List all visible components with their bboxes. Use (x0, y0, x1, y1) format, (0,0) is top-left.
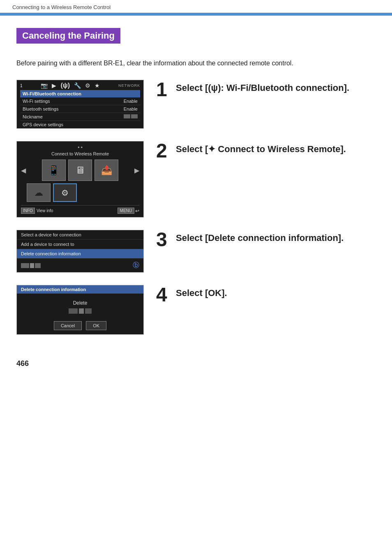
device-icon-3: 📤 (95, 160, 118, 181)
breadcrumb-text: Connecting to a Wireless Remote Control (12, 4, 111, 10)
intro-text: Before pairing with a different BR-E1, c… (16, 58, 376, 68)
cam-page-number: 1 (20, 83, 23, 88)
step-3-row: Select a device for connection Add a dev… (16, 230, 376, 273)
del-nick-box-2 (79, 308, 84, 314)
step-1-number: 1 (156, 80, 173, 99)
step-1-text: 1 Select [(ψ): Wi-Fi/Bluetooth connectio… (156, 80, 376, 99)
step-1-desc: Select [(ψ): Wi-Fi/Bluetooth connection]… (176, 80, 349, 94)
wireless-dots: • • (21, 145, 139, 150)
del-nick-box-1 (69, 308, 78, 314)
screenshot-2: • • Connect to Wireless Remote ◀ 📱 🖥 📤 ▶ (16, 141, 144, 217)
section-title: Canceling the Pairing (16, 28, 120, 44)
step-2-desc: Select [✦ Connect to Wireless Remote]. (176, 141, 346, 155)
step-2-row: • • Connect to Wireless Remote ◀ 📱 🖥 📤 ▶ (16, 141, 376, 217)
cam-menu-row-bt: Bluetooth settingsEnable (20, 105, 140, 113)
settings-icon: ⚙ (85, 82, 90, 89)
menu-btn[interactable]: MENU (118, 208, 134, 214)
delete-device-display (21, 308, 139, 314)
return-arrow: ↩ (135, 208, 139, 214)
info-button-group: INFO View info (21, 208, 53, 214)
page-number: 466 (16, 359, 29, 368)
delete-label: Delete (21, 300, 139, 306)
star-icon: ★ (95, 82, 100, 89)
device-icon-1: 📱 (42, 160, 66, 181)
cancel-button[interactable]: Cancel (54, 321, 82, 330)
delete-buttons: Cancel OK (21, 321, 139, 330)
step-3-text: 3 Select [Delete connection information]… (156, 230, 376, 250)
cam-menu-row-wifi: Wi-Fi settingsEnable (20, 97, 140, 105)
cam-menu-row-gps: GPS device settings (20, 121, 140, 128)
right-arrow-icon: ▶ (134, 167, 139, 174)
info-btn[interactable]: INFO (21, 208, 35, 214)
page-footer: 466 (16, 359, 376, 368)
step-4-text: 4 Select [OK]. (156, 285, 376, 305)
device-menu-item-3-selected[interactable]: Delete connection information (17, 249, 143, 259)
wireless-icons-row: ◀ 📱 🖥 📤 ▶ (21, 160, 139, 181)
screenshot-4: Delete connection information Delete Can… (16, 285, 144, 335)
cloud-icon: ☁ (27, 183, 51, 202)
nickname-box2 (131, 114, 138, 118)
network-label: NETWORK (118, 83, 140, 88)
device-menu-bottom: ⓑ (17, 259, 143, 272)
device-nickname-display (21, 263, 41, 268)
view-info-label: View info (37, 208, 53, 213)
step-4-number: 4 (156, 285, 173, 305)
screenshot-1: 1 📷 ▶ (ψ) 🔧 ⚙ ★ NETWORK Wi-Fi/Bluetooth … (16, 80, 144, 129)
wireless-bottom-icons: ☁ ⚙ (21, 183, 139, 202)
step-3-desc: Select [Delete connection information]. (176, 230, 344, 244)
wifi-menu-header: Wi-Fi/Bluetooth connection (20, 90, 140, 97)
bluetooth-icon: ⓑ (133, 261, 139, 270)
cam-menu-row-nickname: Nickname (20, 113, 140, 121)
gear-remote-icon: ⚙ (53, 183, 77, 202)
play-icon: ▶ (52, 82, 56, 89)
wireless-device-icons: 📱 🖥 📤 (42, 160, 118, 181)
left-arrow-icon: ◀ (21, 167, 26, 174)
steps-container: 1 📷 ▶ (ψ) 🔧 ⚙ ★ NETWORK Wi-Fi/Bluetooth … (16, 80, 376, 335)
camera-icon: 📷 (41, 82, 48, 89)
step-3-number: 3 (156, 230, 173, 250)
breadcrumb: Connecting to a Wireless Remote Control (0, 0, 392, 14)
screenshot-3: Select a device for connection Add a dev… (16, 230, 144, 273)
wireless-title: Connect to Wireless Remote (21, 151, 139, 156)
menu-button-group: MENU ↩ (118, 208, 139, 214)
device-menu-item-2[interactable]: Add a device to connect to (17, 240, 143, 249)
del-nick-box-3 (85, 308, 92, 314)
nick-box-1 (21, 263, 29, 268)
wrench-icon: 🔧 (74, 82, 81, 89)
wireless-info-bar: INFO View info MENU ↩ (21, 205, 139, 214)
device-icon-2: 🖥 (68, 160, 92, 181)
step-1-row: 1 📷 ▶ (ψ) 🔧 ⚙ ★ NETWORK Wi-Fi/Bluetooth … (16, 80, 376, 129)
nick-box-3 (35, 263, 41, 268)
wifi-icon: (ψ) (60, 82, 70, 89)
device-menu: Select a device for connection Add a dev… (17, 230, 143, 272)
step-2-number: 2 (156, 141, 173, 161)
step-4-desc: Select [OK]. (176, 285, 227, 299)
ok-button[interactable]: OK (86, 321, 106, 330)
step-2-text: 2 Select [✦ Connect to Wireless Remote]. (156, 141, 376, 161)
device-menu-item-1[interactable]: Select a device for connection (17, 230, 143, 240)
delete-screen-header: Delete connection information (17, 285, 143, 294)
nick-box-2 (30, 263, 34, 268)
nickname-box1 (124, 114, 130, 118)
delete-screen-body: Delete Cancel OK (17, 294, 143, 334)
cam-top-icons: 📷 ▶ (ψ) 🔧 ⚙ ★ (41, 82, 100, 89)
step-4-row: Delete connection information Delete Can… (16, 285, 376, 335)
